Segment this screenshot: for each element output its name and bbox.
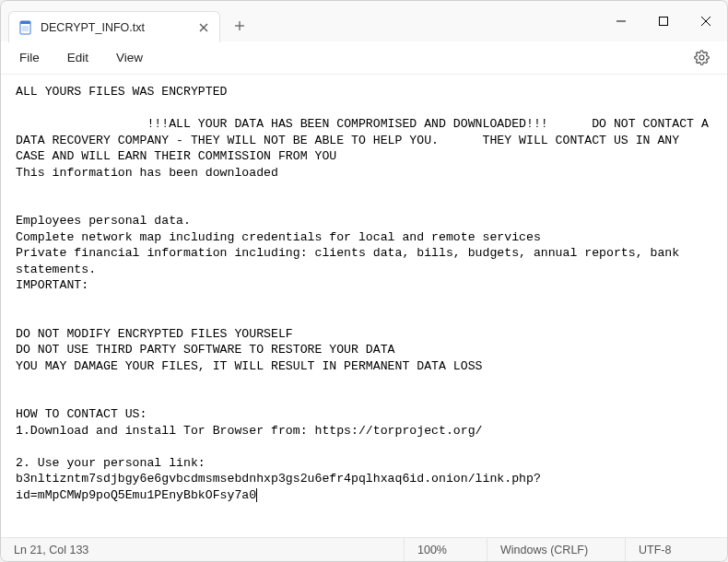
status-line-ending[interactable]: Windows (CRLF) [487,538,626,561]
svg-rect-10 [660,18,668,26]
maximize-icon [659,17,668,26]
titlebar[interactable]: DECRYPT_INFO.txt [1,1,727,41]
plus-icon [234,20,245,31]
notepad-window: DECRYPT_INFO.txt [0,0,728,562]
document-text: ALL YOURS FILES WAS ENCRYPTED !!!ALL YOU… [16,85,716,502]
new-tab-button[interactable] [224,10,255,41]
maximize-button[interactable] [642,1,685,41]
tab-close-button[interactable] [197,21,210,34]
status-zoom[interactable]: 100% [405,538,487,561]
menu-view[interactable]: View [103,45,156,70]
gear-icon [694,50,710,65]
minimize-button[interactable] [600,1,642,41]
settings-button[interactable] [687,43,716,73]
notepad-icon [18,20,33,35]
tab-title: DECRYPT_INFO.txt [41,21,145,34]
status-encoding[interactable]: UTF-8 [626,538,727,561]
text-editor-area[interactable]: ALL YOURS FILES WAS ENCRYPTED !!!ALL YOU… [1,75,727,537]
tab-active[interactable]: DECRYPT_INFO.txt [8,11,220,42]
svg-rect-1 [20,21,30,24]
titlebar-drag-area[interactable] [255,1,600,41]
close-icon [199,23,208,32]
close-icon [701,17,710,26]
minimize-icon [616,17,626,26]
window-controls [600,1,727,41]
menubar: File Edit View [1,41,727,75]
close-window-button[interactable] [685,1,727,41]
status-position[interactable]: Ln 21, Col 133 [1,538,405,561]
menu-file[interactable]: File [6,45,53,70]
tab-strip: DECRYPT_INFO.txt [1,1,255,41]
statusbar: Ln 21, Col 133 100% Windows (CRLF) UTF-8 [1,537,727,561]
text-caret [256,488,257,502]
menu-edit[interactable]: Edit [54,45,101,70]
